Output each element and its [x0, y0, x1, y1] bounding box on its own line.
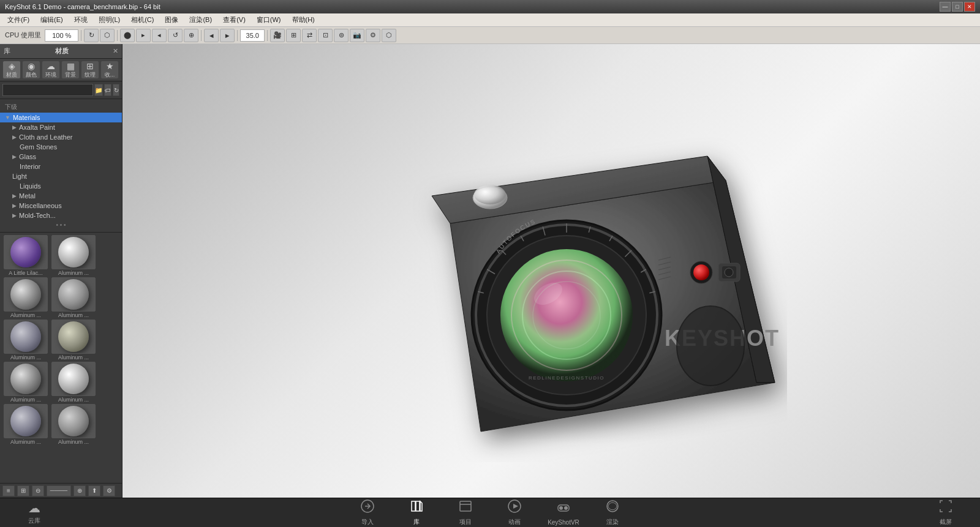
toolbar-btn3[interactable]: ◂ — [152, 29, 167, 42]
upload-btn[interactable]: ⬆ — [88, 485, 100, 496]
toolbar-settings-btn[interactable]: ⚙ — [366, 29, 380, 42]
tab-colors[interactable]: ◉ 颜色 — [22, 61, 40, 79]
list-item[interactable]: A Little Lilac... — [2, 235, 49, 276]
tree-item-light[interactable]: Light — [0, 171, 122, 181]
tree-item-cloth-label: Cloth and Leather — [19, 133, 72, 141]
menu-help[interactable]: 帮助(H) — [287, 14, 320, 26]
menu-edit[interactable]: 编辑(E) — [36, 14, 68, 26]
toolbar-back-btn[interactable]: ◄ — [204, 29, 219, 42]
tab-background[interactable]: ▦ 背景 — [61, 61, 80, 79]
toolbar-fwd-btn[interactable]: ► — [220, 29, 235, 42]
toolbar-grid-btn[interactable]: ⊞ — [286, 29, 301, 42]
nav-library[interactable]: 库 — [392, 498, 441, 528]
tree-item-interior[interactable]: Interior — [0, 162, 122, 171]
viewport[interactable]: AUTOFOCUS — [123, 44, 980, 498]
tree-item-liquids[interactable]: Liquids — [0, 181, 122, 191]
nav-keyshotvr[interactable]: KeyShotVR — [539, 498, 588, 528]
tab-materials[interactable]: ◈ 材质 — [2, 61, 21, 79]
tab-collect[interactable]: ★ 收... — [100, 61, 119, 79]
toolbar-env-btn[interactable]: ⊚ — [334, 29, 349, 42]
nav-import[interactable]: 导入 — [343, 498, 392, 528]
tree-item-axalta[interactable]: ▶ Axalta Paint — [0, 122, 122, 132]
nav-import-label: 导入 — [361, 518, 374, 526]
arrow-icon: ▶ — [12, 124, 17, 130]
toolbar-rotate-btn[interactable]: ↺ — [168, 29, 183, 42]
settings-panel-btn[interactable]: ⚙ — [103, 485, 115, 496]
nav-animation[interactable]: 动画 — [490, 498, 539, 528]
close-button[interactable]: ✕ — [964, 2, 975, 12]
nav-render[interactable]: 渲染 — [588, 498, 637, 528]
svg-marker-40 — [513, 504, 518, 509]
tree-item-glass[interactable]: ▶ Glass — [0, 152, 122, 162]
tab-texture[interactable]: ⊞ 纹理 — [81, 61, 99, 79]
menu-window[interactable]: 窗口(W) — [252, 14, 286, 26]
cloud-icon: ☁ — [28, 501, 40, 515]
tab-environment[interactable]: ☁ 环境 — [42, 61, 60, 79]
list-item[interactable]: Aluminum ... — [50, 320, 97, 361]
thumbnail-label: Aluminum ... — [51, 354, 96, 361]
tree-item-cloth[interactable]: ▶ Cloth and Leather — [0, 132, 122, 142]
list-item[interactable]: Aluminum ... — [2, 277, 49, 318]
cpu-label: CPU 使用里 — [2, 31, 43, 40]
menu-camera[interactable]: 相机(C) — [126, 14, 159, 26]
maximize-button[interactable]: □ — [952, 2, 963, 12]
panel-header: 库 材质 ✕ — [0, 44, 122, 59]
menu-view[interactable]: 查看(V) — [218, 14, 251, 26]
list-item[interactable]: Aluminum ... — [50, 235, 97, 276]
zoom-in-btn[interactable]: ⊕ — [74, 485, 86, 496]
menu-lighting[interactable]: 照明(L) — [94, 14, 125, 26]
cpu-value-input[interactable] — [45, 29, 78, 42]
toolbar-btn2[interactable]: ▸ — [136, 29, 151, 42]
tree-item-metal[interactable]: ▶ Metal — [0, 191, 122, 201]
zoom-input[interactable] — [240, 29, 265, 42]
toolbar-refresh-btn[interactable]: ↻ — [84, 29, 99, 42]
list-item[interactable]: Aluminum ... — [50, 277, 97, 318]
list-item[interactable]: Aluminum ... — [50, 362, 97, 403]
toolbar-screenshot-btn[interactable]: 📷 — [350, 29, 364, 42]
tree-item-gemstones[interactable]: Gem Stones — [0, 142, 122, 152]
animation-icon — [507, 499, 522, 517]
list-view-btn[interactable]: ⊞ — [17, 485, 29, 496]
arrow-icon: ▶ — [12, 193, 17, 199]
nav-screenshot[interactable]: 截屏 — [921, 498, 970, 528]
toolbar-btn1[interactable]: ⬤ — [120, 29, 135, 42]
tree-header: 下级 — [0, 102, 122, 113]
render-icon — [605, 499, 620, 517]
zoom-out-btn[interactable]: ⊖ — [32, 485, 44, 496]
menu-image[interactable]: 图像 — [160, 14, 183, 26]
menu-render[interactable]: 渲染(B) — [184, 14, 217, 26]
toolbar-export-btn[interactable]: ⬡ — [382, 29, 396, 42]
list-item[interactable]: Aluminum ... — [2, 404, 49, 445]
list-item[interactable]: Aluminum ... — [50, 404, 97, 445]
thumbnail-label: Aluminum ... — [4, 439, 48, 445]
zoom-slider[interactable]: ──── — [47, 485, 71, 496]
arrow-icon: ▶ — [12, 212, 17, 219]
toolbar-sync-btn[interactable]: ⇄ — [302, 29, 317, 42]
tree-item-light-label: Light — [12, 173, 27, 180]
menu-env[interactable]: 环境 — [69, 14, 92, 26]
titlebar-controls[interactable]: — □ ✕ — [940, 2, 975, 12]
nav-cloudlibrary[interactable]: ☁ 云库 — [10, 498, 59, 528]
toolbar-lock-btn[interactable]: ⊡ — [318, 29, 333, 42]
search-input[interactable] — [2, 84, 93, 96]
minimize-button[interactable]: — — [940, 2, 951, 12]
tree-item-misc-label: Miscellaneous — [19, 202, 62, 209]
search-folder-btn[interactable]: 📁 — [94, 84, 103, 96]
toolbar-stop-btn[interactable]: ⬡ — [100, 29, 115, 42]
panel-close-btn[interactable]: ✕ — [113, 47, 118, 55]
tree-item-misc[interactable]: ▶ Miscellaneous — [0, 201, 122, 211]
nav-project[interactable]: 项目 — [441, 498, 490, 528]
toolbar-add-btn[interactable]: ⊕ — [184, 29, 198, 42]
list-item[interactable]: Aluminum ... — [2, 362, 49, 403]
list-item[interactable]: Aluminum ... — [2, 320, 49, 361]
menu-file[interactable]: 文件(F) — [2, 14, 34, 26]
toolbar-camera-btn[interactable]: 🎥 — [270, 29, 285, 42]
search-refresh-btn[interactable]: ↻ — [113, 84, 119, 96]
material-ball-bolt2 — [58, 321, 89, 352]
tree-item-moldtech[interactable]: ▶ Mold-Tech... — [0, 211, 122, 220]
toolbar-sep4 — [237, 30, 238, 41]
grid-view-btn[interactable]: ≡ — [2, 485, 15, 496]
search-tag-btn[interactable]: 🏷 — [104, 84, 111, 96]
tree-item-materials[interactable]: ▼ Materials — [0, 113, 122, 122]
panel-materials-label: 材质 — [55, 47, 69, 56]
